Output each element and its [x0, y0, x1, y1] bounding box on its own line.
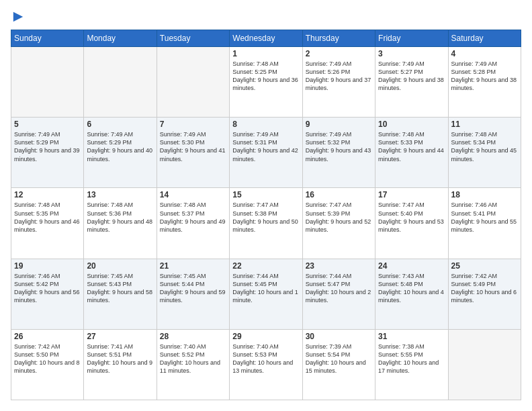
calendar-cell: 1Sunrise: 7:48 AM Sunset: 5:25 PM Daylig…: [230, 47, 302, 118]
calendar-cell: 9Sunrise: 7:49 AM Sunset: 5:32 PM Daylig…: [302, 118, 375, 188]
logo: [11, 11, 24, 23]
day-info: Sunrise: 7:48 AM Sunset: 5:36 PM Dayligh…: [87, 201, 153, 234]
day-info: Sunrise: 7:45 AM Sunset: 5:43 PM Dayligh…: [87, 272, 153, 305]
calendar-cell: 28Sunrise: 7:40 AM Sunset: 5:52 PM Dayli…: [157, 329, 229, 400]
calendar-cell: 10Sunrise: 7:48 AM Sunset: 5:33 PM Dayli…: [375, 118, 448, 188]
calendar-cell: 23Sunrise: 7:44 AM Sunset: 5:47 PM Dayli…: [302, 259, 375, 329]
day-number: 1: [232, 49, 299, 58]
day-number: 3: [378, 49, 445, 58]
day-number: 9: [306, 120, 372, 129]
calendar-week-row: 5Sunrise: 7:49 AM Sunset: 5:29 PM Daylig…: [11, 118, 521, 188]
day-number: 17: [378, 190, 445, 199]
day-number: 26: [14, 332, 81, 341]
weekday-header: Wednesday: [230, 30, 302, 47]
calendar-cell: 7Sunrise: 7:49 AM Sunset: 5:30 PM Daylig…: [157, 118, 229, 188]
calendar-cell: 26Sunrise: 7:42 AM Sunset: 5:50 PM Dayli…: [11, 329, 84, 400]
calendar-cell: 19Sunrise: 7:46 AM Sunset: 5:42 PM Dayli…: [11, 259, 84, 329]
day-number: 19: [14, 261, 81, 271]
day-info: Sunrise: 7:40 AM Sunset: 5:52 PM Dayligh…: [160, 342, 226, 375]
day-info: Sunrise: 7:49 AM Sunset: 5:26 PM Dayligh…: [306, 60, 372, 93]
day-number: 25: [451, 261, 518, 271]
calendar-cell: 29Sunrise: 7:40 AM Sunset: 5:53 PM Dayli…: [230, 329, 302, 400]
calendar-cell: 8Sunrise: 7:49 AM Sunset: 5:31 PM Daylig…: [230, 118, 302, 188]
day-info: Sunrise: 7:48 AM Sunset: 5:35 PM Dayligh…: [14, 201, 81, 234]
day-number: 24: [378, 261, 445, 271]
day-info: Sunrise: 7:46 AM Sunset: 5:42 PM Dayligh…: [14, 272, 81, 305]
day-info: Sunrise: 7:48 AM Sunset: 5:37 PM Dayligh…: [160, 201, 226, 234]
calendar-cell: 25Sunrise: 7:42 AM Sunset: 5:49 PM Dayli…: [448, 259, 521, 329]
day-number: 29: [232, 332, 299, 341]
calendar-cell: [84, 47, 157, 118]
weekday-header: Sunday: [11, 30, 84, 47]
day-info: Sunrise: 7:49 AM Sunset: 5:31 PM Dayligh…: [232, 130, 299, 163]
day-number: 21: [160, 261, 226, 271]
calendar-week-row: 1Sunrise: 7:48 AM Sunset: 5:25 PM Daylig…: [11, 47, 521, 118]
calendar-header-row: SundayMondayTuesdayWednesdayThursdayFrid…: [11, 30, 521, 47]
calendar-cell: 21Sunrise: 7:45 AM Sunset: 5:44 PM Dayli…: [157, 259, 229, 329]
calendar-cell: 16Sunrise: 7:47 AM Sunset: 5:39 PM Dayli…: [302, 188, 375, 259]
day-info: Sunrise: 7:44 AM Sunset: 5:47 PM Dayligh…: [306, 272, 372, 305]
weekday-header: Tuesday: [157, 30, 229, 47]
calendar-week-row: 26Sunrise: 7:42 AM Sunset: 5:50 PM Dayli…: [11, 329, 521, 400]
day-info: Sunrise: 7:47 AM Sunset: 5:38 PM Dayligh…: [232, 201, 299, 234]
calendar-cell: 5Sunrise: 7:49 AM Sunset: 5:29 PM Daylig…: [11, 118, 84, 188]
day-info: Sunrise: 7:49 AM Sunset: 5:30 PM Dayligh…: [160, 130, 226, 163]
calendar-cell: 6Sunrise: 7:49 AM Sunset: 5:29 PM Daylig…: [84, 118, 157, 188]
day-info: Sunrise: 7:48 AM Sunset: 5:34 PM Dayligh…: [451, 130, 518, 163]
calendar-cell: 22Sunrise: 7:44 AM Sunset: 5:45 PM Dayli…: [230, 259, 302, 329]
calendar-week-row: 19Sunrise: 7:46 AM Sunset: 5:42 PM Dayli…: [11, 259, 521, 329]
day-number: 14: [160, 190, 226, 199]
day-info: Sunrise: 7:41 AM Sunset: 5:51 PM Dayligh…: [87, 342, 153, 375]
calendar-cell: 12Sunrise: 7:48 AM Sunset: 5:35 PM Dayli…: [11, 188, 84, 259]
day-number: 15: [232, 190, 299, 199]
day-info: Sunrise: 7:49 AM Sunset: 5:32 PM Dayligh…: [306, 130, 372, 163]
day-number: 10: [378, 120, 445, 129]
calendar-table: SundayMondayTuesdayWednesdayThursdayFrid…: [11, 30, 521, 400]
day-number: 20: [87, 261, 153, 271]
weekday-header: Saturday: [448, 30, 521, 47]
weekday-header: Thursday: [302, 30, 375, 47]
calendar-cell: 31Sunrise: 7:38 AM Sunset: 5:55 PM Dayli…: [375, 329, 448, 400]
day-number: 18: [451, 190, 518, 199]
calendar-cell: 3Sunrise: 7:49 AM Sunset: 5:27 PM Daylig…: [375, 47, 448, 118]
day-info: Sunrise: 7:49 AM Sunset: 5:27 PM Dayligh…: [378, 60, 445, 93]
calendar-cell: 11Sunrise: 7:48 AM Sunset: 5:34 PM Dayli…: [448, 118, 521, 188]
calendar-cell: 18Sunrise: 7:46 AM Sunset: 5:41 PM Dayli…: [448, 188, 521, 259]
day-info: Sunrise: 7:49 AM Sunset: 5:28 PM Dayligh…: [451, 60, 518, 93]
weekday-header: Friday: [375, 30, 448, 47]
day-number: 5: [14, 120, 81, 129]
day-number: 31: [378, 332, 445, 341]
day-number: 7: [160, 120, 226, 129]
day-info: Sunrise: 7:48 AM Sunset: 5:33 PM Dayligh…: [378, 130, 445, 163]
calendar-cell: 24Sunrise: 7:43 AM Sunset: 5:48 PM Dayli…: [375, 259, 448, 329]
day-info: Sunrise: 7:46 AM Sunset: 5:41 PM Dayligh…: [451, 201, 518, 234]
calendar-cell: 30Sunrise: 7:39 AM Sunset: 5:54 PM Dayli…: [302, 329, 375, 400]
day-info: Sunrise: 7:47 AM Sunset: 5:39 PM Dayligh…: [306, 201, 372, 234]
day-number: 28: [160, 332, 226, 341]
calendar-cell: [11, 47, 84, 118]
calendar-cell: [157, 47, 229, 118]
day-info: Sunrise: 7:39 AM Sunset: 5:54 PM Dayligh…: [306, 342, 372, 375]
calendar-week-row: 12Sunrise: 7:48 AM Sunset: 5:35 PM Dayli…: [11, 188, 521, 259]
day-info: Sunrise: 7:43 AM Sunset: 5:48 PM Dayligh…: [378, 272, 445, 305]
day-number: 11: [451, 120, 518, 129]
calendar-cell: 15Sunrise: 7:47 AM Sunset: 5:38 PM Dayli…: [230, 188, 302, 259]
day-number: 6: [87, 120, 153, 129]
calendar-cell: 27Sunrise: 7:41 AM Sunset: 5:51 PM Dayli…: [84, 329, 157, 400]
page: SundayMondayTuesdayWednesdayThursdayFrid…: [0, 0, 532, 411]
day-number: 22: [232, 261, 299, 271]
day-info: Sunrise: 7:47 AM Sunset: 5:40 PM Dayligh…: [378, 201, 445, 234]
day-number: 12: [14, 190, 81, 199]
calendar-cell: 14Sunrise: 7:48 AM Sunset: 5:37 PM Dayli…: [157, 188, 229, 259]
header: [11, 11, 521, 23]
calendar-cell: 2Sunrise: 7:49 AM Sunset: 5:26 PM Daylig…: [302, 47, 375, 118]
weekday-header: Monday: [84, 30, 157, 47]
day-info: Sunrise: 7:49 AM Sunset: 5:29 PM Dayligh…: [14, 130, 81, 163]
day-number: 27: [87, 332, 153, 341]
day-number: 2: [306, 49, 372, 58]
calendar-cell: 4Sunrise: 7:49 AM Sunset: 5:28 PM Daylig…: [448, 47, 521, 118]
day-info: Sunrise: 7:42 AM Sunset: 5:49 PM Dayligh…: [451, 272, 518, 305]
logo-icon: [12, 11, 24, 23]
day-number: 23: [306, 261, 372, 271]
day-number: 4: [451, 49, 518, 58]
